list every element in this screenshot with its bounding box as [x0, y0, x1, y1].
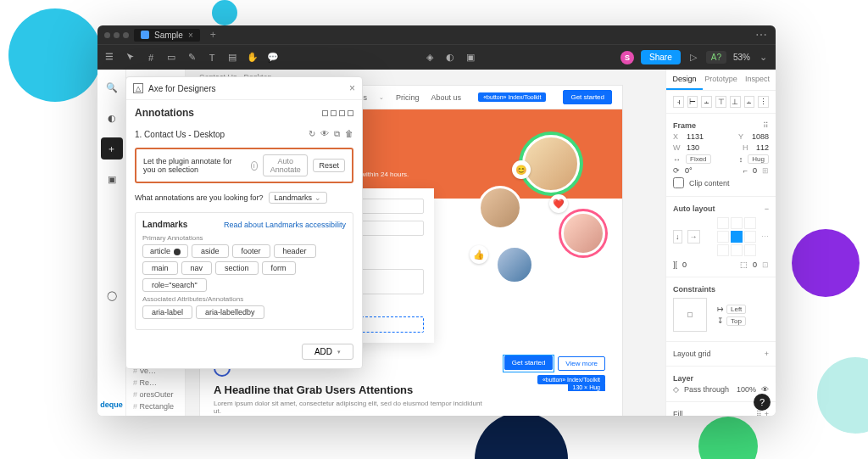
copy-icon[interactable]: ⧉ — [334, 129, 340, 139]
mask-icon[interactable]: ◐ — [444, 52, 456, 64]
emoji-badge: ❤️ — [549, 194, 568, 213]
zoom-chevron-icon[interactable]: ⌄ — [757, 52, 769, 64]
visibility-icon[interactable]: 👁 — [320, 129, 329, 139]
alignment-grid[interactable] — [717, 217, 756, 256]
inspector-panel: Design Prototype Inspect ⫞⊢⫠⊤⊥⫠⋮ Frame⠿ … — [665, 70, 776, 416]
tab-inspect[interactable]: Inspect — [739, 70, 776, 90]
frame-options-icon[interactable]: ⠿ — [763, 121, 769, 130]
rotation-value[interactable]: 0° — [685, 166, 693, 175]
alignment-controls[interactable]: ⫞⊢⫠⊤⊥⫠⋮ — [673, 96, 769, 108]
frame-section-label: Frame — [673, 121, 696, 130]
resources-icon[interactable]: ▤ — [226, 52, 238, 64]
close-icon[interactable]: × — [349, 82, 355, 94]
landmark-chip-section[interactable]: section — [215, 261, 259, 275]
close-tab-icon[interactable]: × — [188, 31, 193, 40]
file-name: Sample — [154, 31, 183, 40]
clip-content-checkbox[interactable] — [673, 177, 684, 188]
w-value[interactable]: 130 — [687, 143, 699, 152]
cta-view-more[interactable]: View more — [558, 356, 605, 371]
attr-chip-aria-labelledby[interactable]: aria-labelledby — [196, 305, 264, 319]
tab-design[interactable]: Design — [666, 70, 703, 90]
horizontal-resize[interactable]: Fixed — [686, 154, 711, 164]
annotation-question: What annotations are you looking for? — [135, 193, 264, 202]
component-icon[interactable]: ◈ — [424, 52, 436, 64]
window-menu-icon[interactable]: ⋯ — [755, 28, 769, 42]
refresh-icon[interactable]: ↻ — [309, 129, 315, 139]
x-value[interactable]: 1131 — [687, 132, 704, 141]
boolean-icon[interactable]: ▣ — [465, 52, 476, 64]
image-icon[interactable]: ▣ — [101, 168, 123, 190]
contrast-icon[interactable]: ◐ — [101, 107, 123, 129]
window-controls[interactable] — [104, 32, 129, 38]
search-icon[interactable]: 🔍 — [101, 76, 123, 98]
blend-mode[interactable]: Pass through — [684, 385, 729, 394]
constraint-v[interactable]: Top — [726, 316, 746, 326]
landmark-chip-nav[interactable]: nav — [181, 261, 213, 275]
account-icon[interactable]: ◯ — [101, 284, 123, 306]
titlebar: Sample × + ⋯ — [97, 25, 776, 44]
landmark-chip-header[interactable]: header — [274, 244, 316, 258]
main-menu-icon[interactable] — [104, 52, 116, 64]
reset-button[interactable]: Reset — [313, 159, 345, 172]
landmark-chip-footer[interactable]: footer — [232, 244, 270, 258]
annotate-icon[interactable]: ＋ — [101, 137, 123, 160]
remove-autolayout-icon[interactable]: − — [765, 204, 769, 213]
below-sub: Lorem ipsum dolor sit amet, consectetur … — [214, 400, 485, 415]
direction-horizontal[interactable]: → — [687, 230, 700, 243]
help-button[interactable]: ? — [754, 394, 771, 411]
constraint-widget[interactable] — [673, 298, 707, 332]
padding-value[interactable]: 0 — [753, 260, 757, 269]
attr-chip-aria-label[interactable]: aria-label — [142, 305, 192, 319]
direction-vertical[interactable]: ↓ — [673, 230, 682, 243]
add-grid-icon[interactable]: + — [765, 350, 769, 358]
layer-item[interactable]: oresOuter — [130, 389, 181, 400]
frame-tool-icon[interactable]: # — [145, 52, 157, 64]
present-icon[interactable]: ▷ — [687, 52, 699, 64]
axe-plugin-panel: △ Axe for Designers × Annotations 1. Con… — [125, 76, 363, 369]
nav-item[interactable]: About us — [431, 93, 462, 102]
avatar — [522, 135, 580, 193]
pen-tool-icon[interactable]: ✎ — [186, 52, 198, 64]
svg-rect-1 — [105, 56, 112, 57]
landmarks-help-link[interactable]: Read about Landmarks accessibility — [224, 221, 346, 229]
opacity-value[interactable]: 100% — [737, 385, 756, 394]
radius-value[interactable]: 0 — [753, 166, 757, 175]
new-tab-button[interactable]: + — [210, 29, 216, 41]
hand-tool-icon[interactable]: ✋ — [247, 52, 259, 64]
delete-icon[interactable]: 🗑 — [345, 129, 353, 139]
shape-tool-icon[interactable]: ▭ — [165, 52, 177, 64]
constraint-h[interactable]: Left — [726, 305, 746, 314]
svg-rect-2 — [105, 59, 112, 59]
text-tool-icon[interactable]: T — [206, 52, 218, 64]
autolayout-more-icon[interactable]: ⋯ — [761, 232, 769, 241]
landmark-chip-search[interactable]: role="search" — [142, 278, 207, 292]
layer-item[interactable]: Rectangle — [130, 400, 181, 412]
landmark-chip-article[interactable]: article — [142, 244, 188, 258]
vertical-resize[interactable]: Hug — [748, 154, 769, 164]
comment-tool-icon[interactable]: 💬 — [267, 52, 279, 64]
add-annotation-button[interactable]: ADD▾ — [302, 344, 353, 360]
auto-annotate-button[interactable]: Auto Annotate — [263, 154, 309, 176]
view-toggle[interactable] — [322, 110, 353, 116]
add-fill-icon[interactable]: ⠿ + — [756, 410, 769, 416]
share-button[interactable]: Share — [641, 50, 681, 64]
landmark-chip-main[interactable]: main — [142, 261, 178, 275]
landmark-chip-form[interactable]: form — [262, 261, 296, 275]
move-tool-icon[interactable] — [125, 52, 136, 64]
gap-value[interactable]: 0 — [682, 260, 687, 269]
layer-item[interactable]: Re… — [130, 377, 181, 389]
get-started-button[interactable]: Get started — [563, 90, 612, 104]
visibility-icon[interactable]: 👁 — [761, 385, 769, 394]
nav-item[interactable]: Pricing — [396, 93, 420, 102]
dev-mode-toggle[interactable]: A? — [706, 51, 726, 64]
info-icon[interactable]: i — [251, 161, 258, 171]
cta-get-started[interactable]: Get started — [504, 355, 554, 370]
y-value[interactable]: 1088 — [752, 132, 769, 141]
landmark-chip-aside[interactable]: aside — [192, 244, 229, 258]
h-value[interactable]: 112 — [756, 143, 769, 152]
file-tab[interactable]: Sample × — [134, 29, 200, 42]
tab-prototype[interactable]: Prototype — [703, 70, 739, 90]
user-avatar[interactable]: S — [620, 51, 634, 64]
zoom-level[interactable]: 53% — [733, 53, 750, 62]
annotation-type-select[interactable]: Landmarks ⌄ — [269, 192, 327, 204]
